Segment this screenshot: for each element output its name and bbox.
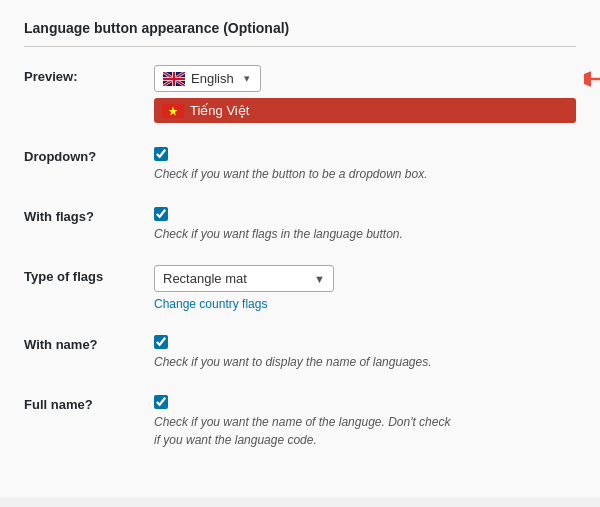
- with-name-label: With name?: [24, 333, 154, 352]
- preview-wrapper: English ▾: [154, 65, 576, 123]
- flag-type-select[interactable]: Rectangle mat ▼: [154, 265, 334, 292]
- with-name-check-row: [154, 333, 576, 349]
- with-flags-label: With flags?: [24, 205, 154, 224]
- vn-flag-icon: [162, 104, 184, 118]
- type-of-flags-label: Type of flags: [24, 265, 154, 284]
- flag-select-arrow-icon: ▼: [314, 273, 325, 285]
- dropdown-checkbox[interactable]: [154, 147, 168, 161]
- english-lang-label: English: [191, 71, 234, 86]
- flag-type-selected-value: Rectangle mat: [163, 271, 247, 286]
- with-flags-row: With flags? Check if you want flags in t…: [24, 201, 576, 243]
- type-of-flags-row: Type of flags Rectangle mat ▼ Change cou…: [24, 261, 576, 311]
- preview-label: Preview:: [24, 65, 154, 84]
- with-name-hint: Check if you want to display the name of…: [154, 353, 454, 371]
- full-name-label: Full name?: [24, 393, 154, 412]
- with-flags-hint: Check if you want flags in the language …: [154, 225, 454, 243]
- full-name-check-row: [154, 393, 576, 409]
- english-language-button[interactable]: English ▾: [154, 65, 261, 92]
- type-of-flags-content: Rectangle mat ▼ Change country flags: [154, 265, 576, 311]
- red-arrow-indicator: [584, 67, 600, 91]
- preview-content: English ▾: [154, 65, 576, 123]
- with-name-checkbox[interactable]: [154, 335, 168, 349]
- dropdown-chevron-icon: ▾: [244, 72, 250, 85]
- dropdown-label: Dropdown?: [24, 145, 154, 164]
- with-flags-check-row: [154, 205, 576, 221]
- dropdown-hint: Check if you want the button to be a dro…: [154, 165, 454, 183]
- flag-select-container: Rectangle mat ▼ Change country flags: [154, 265, 576, 311]
- full-name-content: Check if you want the name of the langug…: [154, 393, 576, 449]
- full-name-row: Full name? Check if you want the name of…: [24, 389, 576, 449]
- dropdown-row: Dropdown? Check if you want the button t…: [24, 141, 576, 183]
- full-name-hint: Check if you want the name of the langug…: [154, 413, 454, 449]
- change-country-flags-link[interactable]: Change country flags: [154, 297, 576, 311]
- full-name-checkbox[interactable]: [154, 395, 168, 409]
- uk-flag-icon: [163, 72, 185, 86]
- with-flags-content: Check if you want flags in the language …: [154, 205, 576, 243]
- viet-lang-label: Tiếng Việt: [190, 103, 249, 118]
- with-flags-checkbox[interactable]: [154, 207, 168, 221]
- with-name-content: Check if you want to display the name of…: [154, 333, 576, 371]
- dropdown-content: Check if you want the button to be a dro…: [154, 145, 576, 183]
- settings-panel: Language button appearance (Optional) Pr…: [0, 0, 600, 497]
- preview-row: Preview: English ▾: [24, 61, 576, 123]
- section-title: Language button appearance (Optional): [24, 20, 576, 47]
- with-name-row: With name? Check if you want to display …: [24, 329, 576, 371]
- viet-language-button[interactable]: Tiếng Việt: [154, 98, 576, 123]
- dropdown-check-row: [154, 145, 576, 161]
